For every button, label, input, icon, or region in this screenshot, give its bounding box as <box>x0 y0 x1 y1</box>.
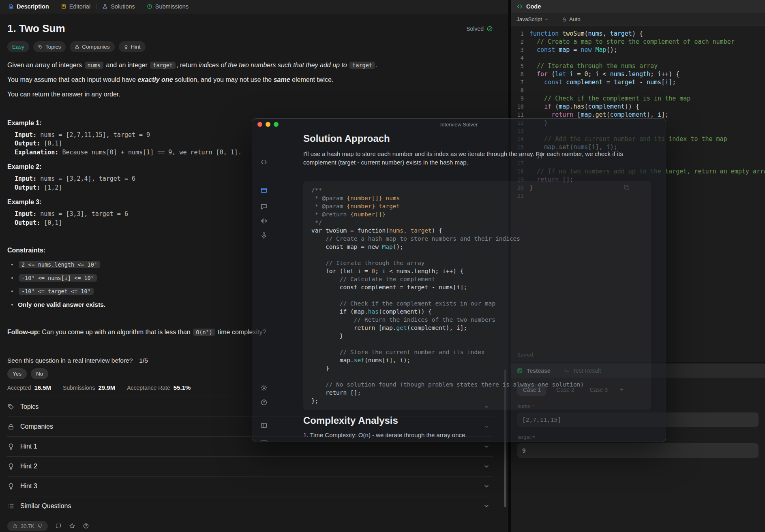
gear-icon[interactable] <box>260 384 268 391</box>
accordion-similar-questions[interactable]: Similar Questions <box>7 496 493 516</box>
bulb-icon <box>7 443 15 450</box>
hide-shortcut-badge[interactable]: H <box>260 440 268 442</box>
yes-button[interactable]: Yes <box>7 368 27 379</box>
page-title: 1. Two Sum <box>7 22 65 35</box>
help-icon[interactable] <box>260 399 268 406</box>
bulb-icon <box>7 483 15 490</box>
survey-question: Seen this question in a real interview b… <box>7 357 133 364</box>
topics-chip[interactable]: Topics <box>33 41 66 52</box>
solved-label: Solved <box>466 26 484 32</box>
tab-description[interactable]: Description <box>6 3 51 10</box>
solutions-flask-icon <box>102 4 108 9</box>
question-circle-icon[interactable] <box>83 523 89 529</box>
tab-separator <box>141 4 141 9</box>
no-button[interactable]: No <box>31 368 48 379</box>
problem-footer: 30.7K <box>7 516 493 532</box>
like-count: 30.7K <box>21 523 34 529</box>
tab-solutions-label: Solutions <box>111 3 135 10</box>
stat-submissions: Submissions29.9M <box>63 384 115 391</box>
thumbs-up-icon <box>12 523 18 529</box>
window-titlebar[interactable]: Interview Solver <box>252 119 666 130</box>
tab-separator <box>55 4 55 9</box>
problem-tabbar: Description Editorial Solutions Submissi… <box>0 0 508 13</box>
list-icon <box>7 502 15 510</box>
waveform-icon[interactable] <box>260 217 268 224</box>
tab-editorial[interactable]: Editorial <box>58 3 93 10</box>
window-content: Solution Approach I'll use a hash map to… <box>303 130 651 442</box>
problem-statement-3: You can return the answer in any order. <box>7 90 405 99</box>
bulb-icon <box>7 463 15 470</box>
star-icon[interactable] <box>69 523 75 529</box>
code-panel-header: Code <box>511 0 765 13</box>
tab-description-label: Description <box>17 3 49 10</box>
tab-solutions[interactable]: Solutions <box>100 3 137 10</box>
survey-progress: 1/5 <box>139 357 148 364</box>
tab-editorial-label: Editorial <box>69 3 90 10</box>
chevron-down-icon <box>483 443 490 450</box>
code-icon[interactable] <box>260 158 268 166</box>
editorial-icon <box>61 4 66 9</box>
solved-status: Solved <box>466 26 493 32</box>
lock-icon <box>562 17 567 22</box>
auto-save-toggle[interactable]: Auto <box>562 16 581 22</box>
meta-chips: Easy Topics Companies Hint <box>7 41 493 52</box>
language-selector[interactable]: JavaScript <box>516 16 549 22</box>
submissions-history-icon <box>147 4 152 9</box>
editor-toolbar: JavaScript Auto <box>511 13 765 26</box>
problem-statement-2: You may assume that each input would hav… <box>7 75 405 84</box>
like-button[interactable]: 30.7K <box>7 521 48 531</box>
hint-chip[interactable]: Hint <box>119 41 146 52</box>
lock-icon <box>7 423 15 430</box>
tab-submissions[interactable]: Submissions <box>144 3 191 10</box>
tag-icon <box>7 403 15 410</box>
code-tab-label[interactable]: Code <box>526 3 541 10</box>
complexity-text-clipped: 1. Time Complexity: O(n) - we iterate th… <box>303 432 651 438</box>
tab-submissions-label: Submissions <box>155 3 189 10</box>
solved-check-icon <box>486 26 493 32</box>
complexity-heading: Complexity Analysis <box>303 414 651 427</box>
solution-code-block: /** * @param {number[]} nums * @param {n… <box>303 181 651 410</box>
target-input[interactable] <box>517 443 759 458</box>
approach-paragraph: I'll use a hash map to store each number… <box>303 150 651 167</box>
thumbs-down-icon <box>37 523 43 529</box>
interview-solver-window: Interview Solver H Solution Approach I'l… <box>252 118 666 442</box>
chevron-down-icon <box>483 503 490 509</box>
tag-icon <box>38 45 43 49</box>
solution-approach-heading: Solution Approach <box>303 132 651 145</box>
lock-icon <box>75 45 79 49</box>
window-title: Interview Solver <box>252 122 666 128</box>
chat-icon[interactable] <box>260 203 268 210</box>
chevron-down-icon <box>483 483 490 489</box>
difficulty-badge[interactable]: Easy <box>7 41 29 52</box>
chevron-down-icon <box>544 17 549 22</box>
code-icon <box>516 3 523 10</box>
sidebar-layout-icon[interactable] <box>260 422 268 429</box>
window-sidebar: H <box>252 130 276 442</box>
accordion-hint-2[interactable]: Hint 2 <box>7 456 493 476</box>
tab-separator <box>96 4 96 9</box>
bulb-icon <box>124 45 129 49</box>
comments-icon[interactable] <box>55 523 62 529</box>
solution-window-icon[interactable] <box>260 187 268 194</box>
chevron-down-icon <box>483 463 490 470</box>
mic-icon[interactable] <box>260 232 268 239</box>
stat-accepted: Accepted16.5M <box>7 384 51 391</box>
description-icon <box>8 4 14 9</box>
accordion-hint-3[interactable]: Hint 3 <box>7 476 493 496</box>
stat-acceptance-rate: Acceptance Rate55.1% <box>127 384 191 391</box>
companies-chip[interactable]: Companies <box>70 41 114 52</box>
problem-statement-1: Given an array of integers nums and an i… <box>7 60 405 70</box>
